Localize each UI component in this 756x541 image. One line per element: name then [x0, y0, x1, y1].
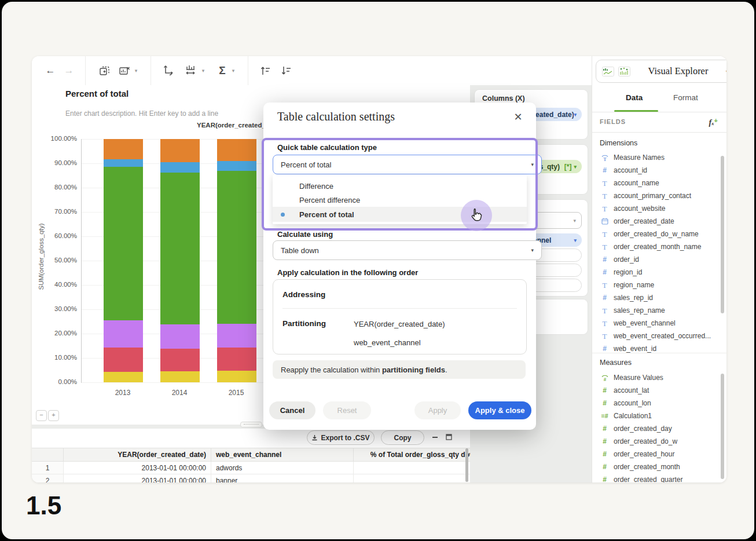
- stacked-bar-2015[interactable]: [217, 139, 256, 382]
- measure-item-account-lon[interactable]: #account_lon: [592, 397, 722, 410]
- addressing-label: Addressing: [282, 290, 325, 299]
- bar-segment[interactable]: [160, 371, 200, 382]
- duplicate-chart-icon[interactable]: [97, 64, 111, 78]
- bar-segment[interactable]: [217, 161, 256, 171]
- cancel-button[interactable]: Cancel: [269, 401, 315, 419]
- sigma-chevron-icon[interactable]: ▾: [230, 64, 237, 78]
- bar-segment[interactable]: [104, 348, 143, 372]
- zoom-out-button[interactable]: −: [36, 410, 47, 421]
- bar-segment[interactable]: [104, 159, 143, 167]
- bar-segment[interactable]: [160, 324, 200, 349]
- apply-button[interactable]: Apply: [414, 401, 461, 419]
- partitioning-field[interactable]: YEAR(order_created_date): [354, 320, 445, 328]
- export-csv-button[interactable]: Export to .CSV: [307, 430, 375, 445]
- bar-width-icon[interactable]: [184, 64, 198, 78]
- bar-segment[interactable]: [217, 171, 256, 324]
- table-row[interactable]: 22013-01-01 00:00:00banner0.03065: [32, 474, 470, 483]
- table-header-cell[interactable]: [32, 448, 64, 462]
- stacked-bar-2013[interactable]: [104, 139, 143, 382]
- measure-item-order-created-do-w[interactable]: #order_created_do_w: [592, 435, 722, 448]
- calculate-using-select[interactable]: Table down ▾: [273, 240, 542, 260]
- cursor-highlight: [461, 200, 492, 231]
- dimension-item-account-name[interactable]: Taccount_name: [592, 177, 722, 189]
- bar-segment[interactable]: [104, 320, 143, 348]
- bar-segment[interactable]: [160, 139, 200, 162]
- visual-explorer-switcher[interactable]: Visual Explorer ▾: [596, 60, 726, 83]
- stacked-bar-2014[interactable]: [160, 139, 200, 382]
- bar-segment[interactable]: [104, 372, 143, 382]
- measure-item-measure-values[interactable]: #Measure Values: [592, 371, 722, 384]
- bar-segment[interactable]: [217, 324, 256, 348]
- bar-segment[interactable]: [217, 139, 256, 161]
- table-scrollbar[interactable]: [465, 448, 468, 482]
- columns-shelf-header: Columns (X): [482, 94, 525, 103]
- swap-axes-icon[interactable]: [161, 64, 175, 78]
- minimize-panel-icon[interactable]: [431, 433, 439, 442]
- close-icon[interactable]: ✕: [512, 111, 524, 123]
- reset-button[interactable]: Reset: [323, 401, 371, 419]
- chart-title[interactable]: Percent of total: [65, 89, 129, 98]
- sort-descending-icon[interactable]: [280, 64, 293, 78]
- annotation-highlight-box: [262, 138, 538, 231]
- clear-chart-chevron-icon[interactable]: ▾: [133, 64, 140, 78]
- dimension-item-account-primary-contact[interactable]: Taccount_primary_contact: [592, 189, 722, 202]
- y-tick-label: 50.00%: [40, 257, 77, 264]
- dimension-item-web-event-channel[interactable]: Tweb_event_channel: [592, 317, 722, 330]
- dimension-item-region-name[interactable]: Tregion_name: [592, 279, 722, 291]
- pill-chevron-icon[interactable]: ▾: [574, 237, 577, 243]
- bar-segment[interactable]: [217, 371, 256, 382]
- maximize-panel-icon[interactable]: [445, 433, 453, 442]
- table-cell: 0.08452: [354, 462, 471, 474]
- add-calculation-icon[interactable]: fx+: [709, 117, 718, 127]
- bar-segment[interactable]: [160, 162, 200, 172]
- x-tick-label: 2013: [103, 389, 142, 397]
- sort-ascending-icon[interactable]: [259, 64, 273, 78]
- dimension-item-web-event-created-occurred-[interactable]: Tweb_event_created_occurred...: [592, 330, 722, 342]
- table-header-cell[interactable]: % of Total order_gloss_qty down table: [354, 448, 471, 462]
- tab-format[interactable]: Format: [673, 93, 698, 102]
- tab-data[interactable]: Data: [626, 93, 643, 102]
- pill-chevron-icon[interactable]: ▾: [574, 112, 577, 118]
- zoom-in-button[interactable]: +: [48, 410, 59, 421]
- table-header-cell[interactable]: YEAR(order_created_date): [64, 448, 211, 462]
- bar-segment[interactable]: [160, 349, 200, 371]
- chart-description-placeholder[interactable]: Enter chart description. Hit Enter key t…: [65, 109, 218, 118]
- measure-item-order-created-quarter[interactable]: #order_created_quarter: [592, 473, 722, 482]
- panel-resize-handle[interactable]: [240, 422, 262, 427]
- apply-close-button[interactable]: Apply & close: [468, 401, 531, 419]
- measure-item-order-created-hour[interactable]: #order_created_hour: [592, 448, 722, 460]
- pill-chevron-icon[interactable]: ▾: [574, 164, 577, 170]
- dimension-item-order-created-date[interactable]: order_created_date: [592, 215, 722, 228]
- dimension-item-measure-names[interactable]: TMeasure Names: [592, 151, 722, 164]
- bar-segment[interactable]: [104, 167, 143, 320]
- table-header-cell[interactable]: web_event_channel: [211, 448, 354, 462]
- dimension-item-sales-rep-id[interactable]: #sales_rep_id: [592, 291, 722, 304]
- copy-button[interactable]: Copy: [381, 430, 424, 445]
- dimension-item-order-created-do-w-name[interactable]: Torder_created_do_w_name: [592, 228, 722, 240]
- sigma-aggregate-icon[interactable]: Σ: [215, 64, 229, 78]
- back-icon[interactable]: ←: [43, 64, 57, 78]
- toolbar-divider: [248, 56, 248, 85]
- result-table[interactable]: YEAR(order_created_date)web_event_channe…: [32, 448, 470, 482]
- measures-scrollbar[interactable]: [721, 374, 724, 479]
- measure-item-account-lat[interactable]: #account_lat: [592, 384, 722, 397]
- dimension-item-order-created-month-name[interactable]: Torder_created_month_name: [592, 240, 722, 253]
- bar-width-chevron-icon[interactable]: ▾: [200, 64, 207, 78]
- dimensions-scrollbar[interactable]: [721, 156, 724, 313]
- forward-icon[interactable]: →: [62, 64, 76, 78]
- dimension-item-order-id[interactable]: #order_id: [592, 253, 722, 266]
- clear-chart-icon[interactable]: [118, 64, 131, 78]
- bar-segment[interactable]: [160, 173, 200, 325]
- table-row[interactable]: 12013-01-01 00:00:00adwords0.08452: [32, 462, 470, 474]
- partitioning-field[interactable]: web_event_channel: [354, 338, 421, 347]
- bar-segment[interactable]: [104, 139, 143, 159]
- measure-item-order-created-day[interactable]: #order_created_day: [592, 422, 722, 435]
- dimension-item-region-id[interactable]: #region_id: [592, 266, 722, 279]
- dimension-item-web-event-id[interactable]: #web_event_id: [592, 342, 722, 353]
- dimension-item-sales-rep-name[interactable]: Tsales_rep_name: [592, 304, 722, 317]
- bar-segment[interactable]: [217, 348, 256, 371]
- measure-item-order-created-month[interactable]: #order_created_month: [592, 460, 722, 473]
- dimension-item-account-website[interactable]: Taccount_website: [592, 202, 722, 215]
- dimension-item-account-id[interactable]: #account_id: [592, 164, 722, 177]
- measure-item-calculation1[interactable]: =#Calculation1: [592, 410, 722, 422]
